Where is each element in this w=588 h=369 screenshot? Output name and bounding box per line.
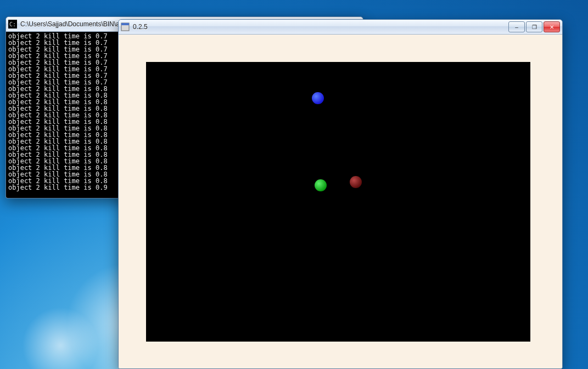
minimize-button[interactable]: – (508, 21, 525, 32)
close-icon: ✕ (550, 24, 554, 30)
game-canvas[interactable] (146, 62, 530, 342)
app-titlebar[interactable]: 0.2.5 – ❐ ✕ (119, 20, 562, 35)
desktop: C: C:\Users\Sajjad\Documents\BIN\a objec… (0, 0, 588, 369)
window-buttons: – ❐ ✕ (508, 21, 560, 32)
maximize-icon: ❐ (532, 24, 537, 30)
svg-rect-3 (121, 23, 129, 25)
cmd-icon: C: (8, 20, 17, 29)
minimize-icon: – (515, 24, 518, 30)
ball-green (315, 179, 327, 191)
app-icon (121, 22, 130, 31)
ball-blue (312, 92, 324, 104)
close-button[interactable]: ✕ (544, 21, 560, 32)
app-client-area (119, 35, 562, 369)
wallpaper-flare (22, 307, 99, 369)
ball-red (350, 176, 362, 188)
app-window[interactable]: 0.2.5 – ❐ ✕ (118, 19, 563, 369)
svg-text:C:: C: (9, 21, 16, 27)
app-title: 0.2.5 (133, 23, 508, 31)
maximize-button[interactable]: ❐ (526, 21, 542, 32)
